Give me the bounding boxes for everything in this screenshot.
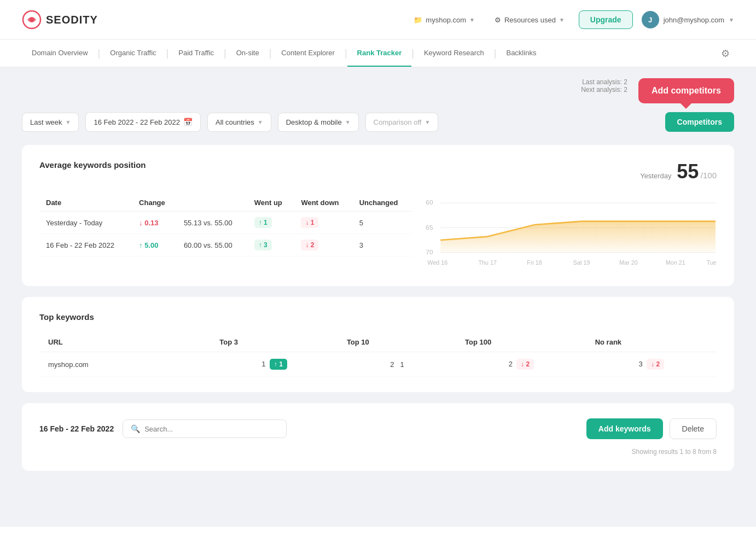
nav-rank-tracker[interactable]: Rank Tracker [347,40,412,67]
navigation: Domain Overview | Organic Traffic | Paid… [0,40,756,67]
section-date: 16 Feb - 22 Feb 2022 [39,424,114,433]
svg-text:Sat 19: Sat 19 [573,259,590,266]
next-analysis: Next analysis: 2 [581,86,627,94]
competitors-button[interactable]: Competitors [665,112,734,132]
search-input[interactable] [144,425,278,433]
svg-text:65: 65 [426,224,433,231]
row-went-down: ↓ 2 [294,234,352,256]
add-keywords-button[interactable]: Add keywords [586,418,663,439]
row-comparison: 55.13 vs. 55.00 [177,212,248,234]
upgrade-button[interactable]: Upgrade [579,10,633,29]
th-comparison [177,194,248,212]
avg-kw-header: Average keywords position Yesterday 55 /… [39,160,717,183]
svg-text:70: 70 [426,248,433,256]
avatar: J [642,11,659,28]
main-content: Last analysis: 2 Next analysis: 2 Add co… [0,67,756,527]
chevron-down-icon: ▼ [469,17,475,23]
yesterday-score: Yesterday 55 /100 [640,160,717,183]
avg-kw-title: Average keywords position [39,160,146,170]
nav-content-explorer[interactable]: Content Explorer [271,40,345,67]
chevron-down-icon: ▼ [345,119,351,125]
bottom-bar: 16 Feb - 22 Feb 2022 🔍 Add keywords Dele… [39,418,717,439]
top3-cell: 1 ↑ 1 [211,352,338,377]
th-top3: Top 3 [211,333,338,352]
row-went-down: ↓ 1 [294,212,352,234]
period-filter[interactable]: Last week ▼ [22,113,79,132]
score-denom: /100 [701,171,717,180]
row-date: Yesterday - Today [39,212,132,234]
row-comparison: 60.00 vs. 55.00 [177,234,248,256]
score-value: 55 [677,160,699,183]
last-analysis: Last analysis: 2 [581,78,627,86]
top-keywords-card: Top keywords URL Top 3 Top 10 Top 100 No… [22,297,734,392]
folder-icon: 📁 [414,16,422,24]
svg-text:60: 60 [426,199,433,206]
top-bar: Last analysis: 2 Next analysis: 2 Add co… [22,78,734,103]
chart-svg: 60 65 70 [423,194,717,271]
top-keywords-table: URL Top 3 Top 10 Top 100 No rank myshop.… [39,333,717,377]
th-went-down: Went down [294,194,352,212]
nav-organic-traffic[interactable]: Organic Traffic [100,40,166,67]
nav-backlinks[interactable]: Backlinks [496,40,546,67]
svg-point-1 [30,18,34,22]
svg-text:Mon 21: Mon 21 [666,259,685,266]
table-row: Yesterday - Today ↓ 0.13 55.13 vs. 55.00… [39,212,412,234]
table-row: 16 Feb - 22 Feb 2022 ↑ 5.00 60.00 vs. 55… [39,234,412,256]
row-change: ↓ 0.13 [132,212,177,234]
th-change: Change [132,194,177,212]
svg-text:Fri 18: Fri 18 [527,259,542,266]
chevron-down-icon: ▼ [559,17,565,23]
th-top10: Top 10 [338,333,456,352]
country-filter[interactable]: All countries ▼ [207,113,271,132]
url-cell: myshop.com [39,352,211,377]
domain-selector[interactable]: 📁 myshop.com ▼ [408,13,480,27]
top10-cell: 2 1 [338,352,456,377]
kw-content: Date Change Went up Went down Unchanged … [39,194,717,271]
add-competitors-button[interactable]: Add competitors [638,78,734,103]
header: SEODITY 📁 myshop.com ▼ ⚙ Resources used … [0,0,756,40]
nav-domain-overview[interactable]: Domain Overview [22,40,98,67]
row-date: 16 Feb - 22 Feb 2022 [39,234,132,256]
resources-btn[interactable]: ⚙ Resources used ▼ [489,13,570,27]
date-range-filter[interactable]: 16 Feb 2022 - 22 Feb 2022 📅 [85,112,201,132]
nav-keyword-research[interactable]: Keyword Research [414,40,494,67]
chevron-down-icon: ▼ [424,119,430,125]
row-unchanged: 5 [353,212,412,234]
row-went-up: ↑ 3 [248,234,295,256]
delete-button[interactable]: Delete [670,418,717,439]
calendar-icon: 📅 [183,118,193,126]
logo-text: SEODITY [46,14,98,26]
nav-on-site[interactable]: On-site [226,40,269,67]
svg-text:Wed 16: Wed 16 [427,259,447,266]
th-norank: No rank [586,333,717,352]
svg-text:Thu 17: Thu 17 [478,259,496,266]
kw-table: Date Change Went up Went down Unchanged … [39,194,412,256]
norank-cell: 3 ↓ 2 [586,352,717,377]
action-buttons: Add keywords Delete [586,418,717,439]
cpu-icon: ⚙ [495,16,501,24]
nav-paid-traffic[interactable]: Paid Traffic [168,40,224,67]
th-top100: Top 100 [456,333,586,352]
header-right: 📁 myshop.com ▼ ⚙ Resources used ▼ Upgrad… [408,10,734,29]
avg-keywords-card: Average keywords position Yesterday 55 /… [22,145,734,286]
th-url: URL [39,333,211,352]
row-went-up: ↑ 1 [248,212,295,234]
filters-bar: Last week ▼ 16 Feb 2022 - 22 Feb 2022 📅 … [22,112,734,132]
th-unchanged: Unchanged [353,194,412,212]
top-keywords-title: Top keywords [39,312,717,322]
device-filter[interactable]: Desktop & mobile ▼ [278,113,359,132]
settings-icon[interactable]: ⚙ [717,43,734,64]
search-icon: 🔍 [131,424,140,433]
user-menu[interactable]: J john@myshop.com ▼ [642,11,734,28]
table-row: myshop.com 1 ↑ 1 2 1 2 ↓ 2 3 ↓ 2 [39,352,717,377]
svg-text:Mar 20: Mar 20 [619,259,637,266]
search-box[interactable]: 🔍 [123,419,287,438]
chevron-down-icon: ▼ [729,17,734,23]
logo-area: SEODITY [22,10,98,30]
chevron-down-icon: ▼ [66,119,71,125]
analysis-info: Last analysis: 2 Next analysis: 2 [581,78,627,94]
top100-cell: 2 ↓ 2 [456,352,586,377]
svg-text:Tue 22: Tue 22 [706,259,717,266]
row-change: ↑ 5.00 [132,234,177,256]
comparison-filter[interactable]: Comparison off ▼ [365,113,439,132]
